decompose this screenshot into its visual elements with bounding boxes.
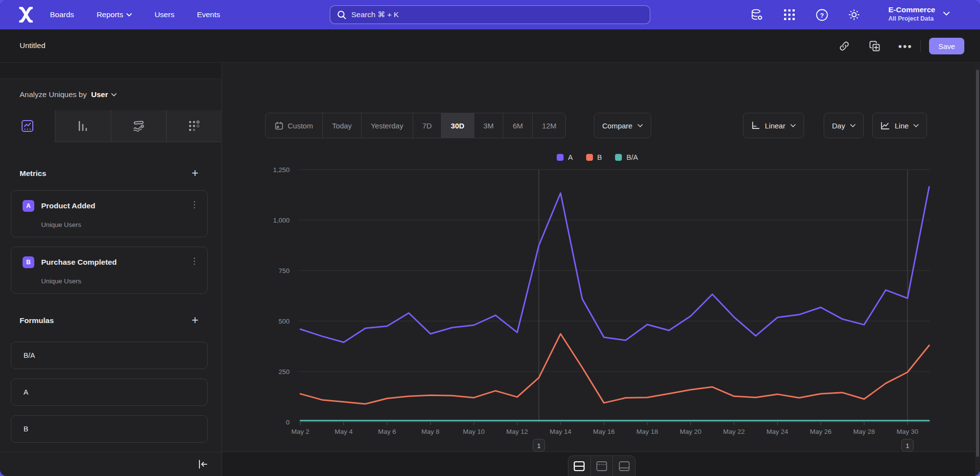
save-button[interactable]: Save	[929, 38, 964, 54]
more-options-icon[interactable]: •••	[898, 40, 910, 52]
nav-item-boards[interactable]: Boards	[50, 10, 74, 19]
tab-retention[interactable]	[166, 110, 221, 142]
settings-gear-icon[interactable]	[848, 8, 860, 21]
svg-text:May 8: May 8	[421, 428, 440, 435]
copy-link-icon[interactable]	[838, 40, 850, 52]
svg-text:May 28: May 28	[853, 428, 875, 435]
svg-text:May 4: May 4	[335, 428, 353, 435]
collapse-sidebar-icon[interactable]	[197, 458, 209, 470]
bottom-panel-view-icon	[618, 461, 630, 472]
svg-text:1: 1	[537, 442, 541, 450]
apps-grid-icon[interactable]	[783, 8, 796, 21]
svg-text:1: 1	[906, 442, 909, 450]
formulas-heading: Formulas	[20, 316, 54, 325]
report-title-bar: Untitled ••• Save	[0, 29, 980, 63]
svg-text:May 30: May 30	[897, 428, 918, 435]
chevron-down-icon	[111, 93, 117, 97]
project-name: E-Commerce	[888, 5, 935, 15]
svg-text:May 2: May 2	[292, 428, 310, 435]
metric-menu-icon[interactable]: ⋮	[190, 256, 198, 266]
nav-item-users[interactable]: Users	[154, 10, 174, 19]
analyze-by-dropdown[interactable]: User	[91, 90, 117, 99]
add-formula-button[interactable]: +	[190, 315, 200, 325]
line-chart[interactable]: 02505007501,0001,25011May 2May 4May 6May…	[222, 107, 980, 456]
metric-card-b[interactable]: B Purchase Completed ⋮ Unique Users	[11, 247, 208, 294]
split-view-button[interactable]	[568, 456, 590, 476]
add-metric-button[interactable]: +	[190, 168, 200, 178]
metric-menu-icon[interactable]: ⋮	[190, 200, 198, 210]
sidebar-top-strip	[0, 63, 221, 79]
series-b	[300, 334, 929, 404]
bottom-panel-view-button[interactable]	[612, 456, 635, 476]
formula-card[interactable]: B/A	[11, 342, 208, 369]
query-builder-sidebar: Analyze Uniques by User Metrics + A Prod…	[0, 63, 222, 476]
nav-menu: Boards Reports Users Events	[50, 0, 220, 29]
app-window: Boards Reports Users Events Search ⌘ + K…	[0, 0, 980, 476]
svg-text:May 22: May 22	[723, 428, 745, 435]
svg-text:May 6: May 6	[378, 428, 396, 435]
insights-icon	[21, 119, 34, 133]
search-icon	[337, 10, 346, 20]
chevron-down-icon	[943, 12, 950, 16]
project-scope: All Project Data	[888, 15, 935, 23]
tab-funnels[interactable]	[55, 110, 110, 142]
svg-text:1,250: 1,250	[273, 166, 290, 174]
nav-item-events[interactable]: Events	[197, 10, 220, 19]
scrollbar[interactable]	[975, 64, 980, 476]
svg-text:May 26: May 26	[810, 428, 832, 435]
analyze-label: Analyze Uniques by	[20, 90, 87, 99]
top-panel-view-icon	[596, 461, 608, 472]
svg-text:May 14: May 14	[550, 428, 572, 435]
search-placeholder: Search ⌘ + K	[351, 10, 399, 19]
metric-name: Purchase Completed	[41, 258, 117, 267]
chevron-down-icon	[126, 13, 132, 17]
report-title[interactable]: Untitled	[20, 41, 46, 50]
tab-insights[interactable]	[0, 110, 55, 142]
metric-name: Product Added	[41, 201, 96, 210]
top-nav: Boards Reports Users Events Search ⌘ + K…	[0, 0, 980, 29]
svg-text:May 20: May 20	[680, 428, 701, 435]
metrics-heading: Metrics	[20, 169, 46, 178]
help-icon[interactable]: ?	[815, 8, 828, 21]
view-toggle-group	[568, 455, 636, 476]
top-panel-view-button[interactable]	[590, 456, 613, 476]
mixpanel-logo-icon[interactable]	[18, 7, 34, 23]
svg-text:May 16: May 16	[593, 428, 614, 435]
metric-subtitle[interactable]: Unique Users	[41, 221, 81, 228]
chart-panel: Custom Today Yesterday 7D 30D 3M 6M 12M …	[222, 63, 980, 476]
metric-subtitle[interactable]: Unique Users	[41, 277, 81, 285]
bottom-toolbar	[222, 451, 980, 476]
bar-chart-icon	[76, 119, 90, 133]
svg-text:750: 750	[278, 267, 290, 275]
split-view-icon	[573, 461, 585, 472]
svg-text:?: ?	[820, 11, 824, 19]
metric-card-a[interactable]: A Product Added ⋮ Unique Users	[11, 190, 208, 237]
scrollbar-thumb[interactable]	[976, 70, 979, 457]
svg-text:May 24: May 24	[766, 428, 788, 435]
data-management-icon[interactable]	[751, 8, 763, 21]
svg-text:0: 0	[286, 419, 290, 426]
series-a	[300, 187, 929, 342]
metric-letter-badge: B	[23, 256, 34, 268]
svg-text:May 12: May 12	[506, 428, 528, 435]
tab-flows[interactable]	[111, 110, 166, 142]
svg-text:May 10: May 10	[463, 428, 485, 435]
nav-item-reports[interactable]: Reports	[97, 10, 132, 19]
metric-letter-badge: A	[23, 200, 34, 212]
svg-text:1,000: 1,000	[273, 217, 290, 224]
svg-text:250: 250	[278, 368, 290, 376]
flows-icon	[132, 119, 146, 133]
divider	[920, 40, 921, 52]
project-switcher[interactable]: E-Commerce All Project Data	[888, 5, 950, 23]
formula-card[interactable]: B	[11, 415, 208, 443]
svg-text:May 18: May 18	[637, 428, 658, 435]
duplicate-icon[interactable]	[869, 40, 881, 52]
retention-icon	[188, 120, 200, 132]
svg-text:500: 500	[278, 318, 290, 325]
search-input[interactable]: Search ⌘ + K	[330, 5, 650, 24]
sidebar-footer	[0, 452, 221, 476]
formula-card[interactable]: A	[11, 378, 208, 406]
